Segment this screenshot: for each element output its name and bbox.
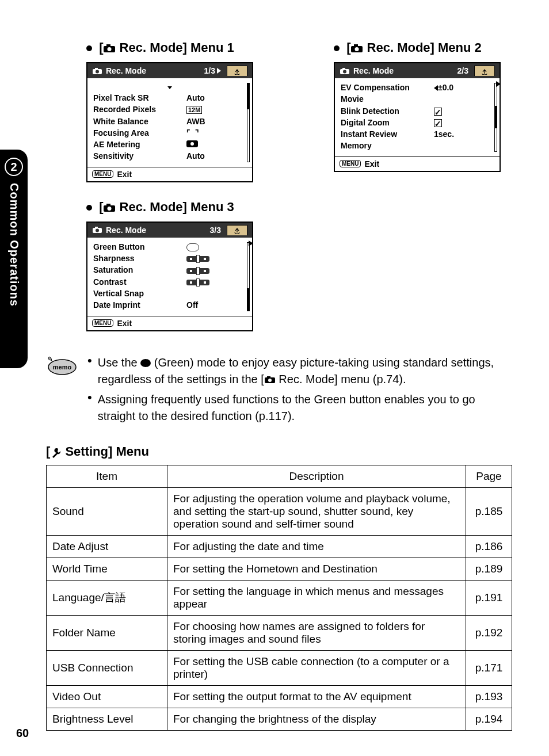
- menu3-header: Rec. Mode 3/3: [87, 223, 252, 238]
- menu-key-icon: MENU: [340, 160, 361, 167]
- rec-mode-menu-2: [ Rec. Mode] Menu 2 Rec. Mode 2/3 EV Com…: [293, 40, 501, 182]
- menu2-card: Rec. Mode 2/3 EV Compensation±0.0 Movie …: [334, 62, 501, 172]
- tool-tab-icon: [227, 225, 247, 235]
- menu3-row0-label: Green Button: [93, 241, 180, 253]
- th-page: Page: [466, 465, 512, 487]
- menu1-footer: MENU Exit: [87, 167, 252, 181]
- rec-mode-menu-3: [ Rec. Mode] Menu 3 Rec. Mode 3/3 Green …: [46, 200, 512, 331]
- memo-block: memo Use the (Green) mode to enjoy easy …: [46, 354, 512, 428]
- cell-desc: For adjusting the date and time: [167, 535, 466, 558]
- svg-text:memo: memo: [53, 364, 72, 371]
- cell-desc: For choosing how names are assigned to f…: [167, 615, 466, 650]
- memo1-a: Use the: [98, 356, 140, 369]
- menu3-row5-value: Off: [186, 299, 246, 311]
- slider-icon: [186, 280, 209, 285]
- menu1-row5-value: Auto: [186, 150, 246, 162]
- menu1-card: Rec. Mode 1/3 Pixel Track SRAuto Recorde…: [86, 62, 253, 182]
- svg-rect-17: [95, 227, 98, 228]
- svg-rect-10: [342, 68, 345, 70]
- green-mode-icon: [140, 359, 151, 367]
- cell-page: p.191: [466, 580, 512, 615]
- camera-icon: [340, 67, 350, 75]
- table-row: SoundFor adjusting the operation volume …: [47, 487, 512, 535]
- svg-rect-7: [354, 44, 358, 47]
- cell-desc: For setting the Hometown and Destination: [167, 558, 466, 580]
- wrench-icon: [50, 444, 62, 459]
- menu2-title-prefix: [: [346, 40, 350, 55]
- menu-key-icon: MENU: [92, 319, 113, 327]
- menu2-footer: MENU Exit: [335, 156, 500, 171]
- camera-icon: [103, 203, 116, 212]
- svg-point-15: [108, 207, 112, 211]
- th-desc: Description: [167, 465, 466, 487]
- menu3-row5-label: Date Imprint: [93, 299, 180, 311]
- rec-mode-menu-1: [ Rec. Mode] Menu 1 Rec. Mode 1/3 P: [46, 40, 253, 182]
- menu3-footer-text: Exit: [117, 319, 132, 328]
- svg-rect-14: [106, 204, 110, 206]
- tool-tab-icon: [474, 66, 495, 76]
- menu3-card: Rec. Mode 3/3 Green Button Sharpness Sat…: [86, 222, 253, 331]
- setting-menu-heading: [ Setting] Menu: [46, 444, 512, 459]
- menu3-title: [ Rec. Mode] Menu 3: [86, 200, 512, 215]
- setting-table: Item Description Page SoundFor adjusting…: [46, 465, 512, 731]
- cell-item: USB Connection: [47, 650, 167, 685]
- side-tab: 2 Common Operations: [0, 150, 28, 368]
- cell-item: Sound: [47, 487, 167, 535]
- tool-tab-icon: [227, 66, 247, 76]
- menu3-body: Green Button Sharpness Saturation Contra…: [87, 238, 252, 316]
- camera-icon: [92, 226, 102, 234]
- menu3-row1-value: [186, 253, 246, 264]
- svg-rect-1: [106, 44, 110, 47]
- cell-item: World Time: [47, 558, 167, 580]
- camera-icon: [92, 67, 102, 75]
- menu3-title-prefix: [: [99, 200, 103, 214]
- menu3-header-text: Rec. Mode: [106, 226, 146, 235]
- cell-page: p.171: [466, 650, 512, 685]
- menu2-title-text: Rec. Mode] Menu 2: [363, 40, 481, 55]
- triangle-right-icon: [249, 239, 253, 248]
- table-row: Date AdjustFor adjusting the date and ti…: [47, 535, 512, 558]
- menu3-row4-label: Vertical Snap: [93, 288, 180, 299]
- menu1-row2-value: AWB: [186, 116, 246, 127]
- svg-rect-4: [95, 68, 98, 70]
- menu2-row2-label: Blink Detection: [341, 105, 427, 117]
- menu1-title-prefix: [: [99, 40, 103, 55]
- checkbox-checked-icon: [434, 108, 442, 116]
- triangle-right-icon: [217, 68, 221, 74]
- cell-desc: For setting the output format to the AV …: [167, 685, 466, 708]
- bullet-icon: [334, 45, 340, 51]
- menu3-row3-value: [186, 276, 246, 288]
- svg-point-11: [343, 70, 346, 73]
- cell-item: Folder Name: [47, 615, 167, 650]
- menu2-title: [ Rec. Mode] Menu 2: [334, 40, 501, 55]
- table-row: Brightness LevelFor changing the brightn…: [47, 708, 512, 730]
- chapter-label: Common Operations: [7, 183, 21, 307]
- scroll-indicator: [247, 242, 250, 311]
- cell-item: Video Out: [47, 685, 167, 708]
- menu3-row3-label: Contrast: [93, 276, 180, 288]
- menu1-page-text: 1/3: [204, 66, 215, 75]
- menu1-row0-value: Auto: [186, 92, 246, 104]
- menu2-row3-label: Digital Zoom: [341, 117, 427, 128]
- table-row: Video OutFor setting the output format t…: [47, 685, 512, 708]
- menu1-title-text: Rec. Mode] Menu 1: [116, 40, 234, 55]
- menu3-page-indicator: 3/3: [210, 226, 221, 235]
- triangle-left-icon: [434, 85, 438, 91]
- svg-rect-23: [267, 376, 270, 378]
- menu2-row1-label: Movie: [341, 93, 427, 105]
- cell-desc: For setting the language in which menus …: [167, 580, 466, 615]
- cell-page: p.192: [466, 615, 512, 650]
- table-row: USB ConnectionFor setting the USB cable …: [47, 650, 512, 685]
- menu3-row2-value: [186, 264, 246, 276]
- menu1-row1-value: 12M: [186, 104, 246, 115]
- th-item: Item: [47, 465, 167, 487]
- menu1-row5-label: Sensitivity: [93, 150, 180, 162]
- svg-marker-19: [249, 240, 253, 246]
- cell-page: p.186: [466, 535, 512, 558]
- cell-desc: For setting the USB cable connection (to…: [167, 650, 466, 685]
- svg-point-5: [96, 70, 99, 73]
- green-button-icon: [186, 243, 199, 251]
- chapter-number: 2: [5, 158, 23, 176]
- menu3-title-text: Rec. Mode] Menu 3: [116, 200, 234, 214]
- menu1-row4-label: AE Metering: [93, 139, 180, 150]
